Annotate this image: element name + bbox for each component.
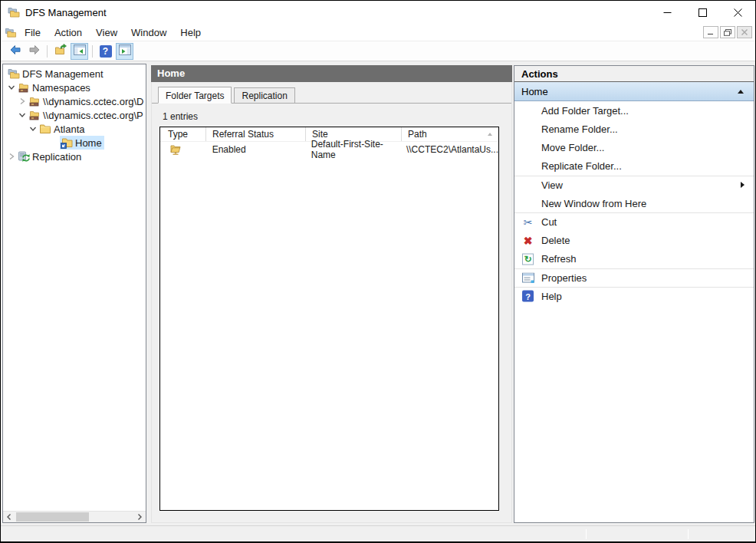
actions-pane: Actions Home Add Folder Target... Rename… — [514, 65, 754, 523]
show-hide-console-tree-button[interactable] — [71, 43, 88, 60]
export-list-icon — [54, 44, 67, 59]
tree-item-replication[interactable]: Replication — [3, 150, 146, 163]
app-icon — [7, 6, 21, 18]
console-tree-icon — [74, 44, 86, 58]
dfs-management-window: DFS Management File Action View Window H… — [0, 0, 756, 543]
toolbar: ? — [1, 41, 755, 61]
action-replicate-folder[interactable]: Replicate Folder... — [514, 157, 754, 176]
action-cut[interactable]: ✂ Cut — [514, 212, 754, 231]
scroll-left-icon[interactable] — [3, 512, 15, 522]
dfs-root-icon — [8, 67, 20, 80]
action-view[interactable]: View — [514, 176, 754, 194]
menubar: File Action View Window Help — [1, 24, 755, 41]
namespace-icon — [28, 95, 41, 107]
back-button[interactable] — [6, 43, 24, 60]
chevron-expanded-icon[interactable] — [17, 108, 28, 122]
help-action-icon: ? — [521, 290, 534, 303]
action-pane-icon — [119, 44, 131, 58]
tree-item-namespaces[interactable]: Namespaces — [3, 81, 146, 94]
result-pane-body: Folder Targets Replication 1 entries Typ… — [151, 82, 512, 523]
result-pane-title: Home — [151, 65, 512, 82]
tabstrip: Folder Targets Replication — [152, 82, 511, 104]
forward-button[interactable] — [25, 43, 43, 60]
tree-item-label: Replication — [32, 151, 81, 163]
column-header-path[interactable]: Path — [402, 127, 498, 141]
namespaces-icon — [18, 81, 30, 94]
child-close-button[interactable] — [737, 26, 752, 38]
minimize-button[interactable] — [649, 1, 685, 24]
column-header-type[interactable]: Type — [160, 127, 206, 141]
toolbar-separator — [92, 45, 93, 58]
table-row[interactable]: Enabled Default-First-Site-Name \\CCTEC2… — [160, 142, 498, 157]
tree-horizontal-scrollbar[interactable] — [3, 511, 146, 522]
action-move-folder[interactable]: Move Folder... — [514, 138, 754, 156]
tree-item-label: \\dynamics.cctec.org\D — [43, 96, 144, 107]
type-cell — [160, 143, 206, 156]
properties-icon — [521, 272, 534, 285]
tree-item-dfs-management[interactable]: DFS Management — [3, 67, 146, 81]
export-list-button[interactable] — [51, 43, 69, 60]
help-button[interactable]: ? — [97, 43, 114, 60]
chevron-expanded-icon[interactable] — [28, 122, 38, 136]
folder-target-icon — [169, 143, 182, 156]
actions-section-label: Home — [521, 86, 548, 97]
refresh-icon: ↻ — [521, 252, 534, 265]
entries-count-label: 1 entries — [163, 111, 511, 122]
toolbar-separator — [47, 45, 48, 58]
chevron-collapsed-icon[interactable] — [17, 94, 28, 108]
referral-status-cell: Enabled — [206, 144, 305, 155]
sort-ascending-icon — [488, 133, 492, 136]
menu-view[interactable]: View — [90, 25, 123, 40]
menu-help[interactable]: Help — [174, 25, 207, 40]
statusbar-divider — [688, 529, 689, 539]
window-title: DFS Management — [25, 7, 107, 18]
forward-icon — [28, 44, 41, 59]
menu-window[interactable]: Window — [125, 25, 173, 40]
chevron-expanded-icon[interactable] — [6, 81, 17, 94]
actions-section-home[interactable]: Home — [514, 82, 754, 101]
action-help[interactable]: ? Help — [514, 287, 754, 305]
site-cell: Default-First-Site-Name — [305, 139, 400, 160]
titlebar: DFS Management — [1, 1, 755, 24]
action-new-window-from-here[interactable]: New Window from Here — [514, 194, 754, 212]
statusbar — [1, 525, 755, 541]
child-window-controls — [703, 26, 752, 38]
tab-folder-targets[interactable]: Folder Targets — [158, 87, 232, 104]
scroll-right-icon[interactable] — [133, 512, 146, 522]
collapse-section-icon[interactable] — [738, 90, 744, 94]
action-refresh[interactable]: ↻ Refresh — [514, 250, 754, 268]
tree-item-label: Atlanta — [54, 123, 84, 135]
action-properties[interactable]: Properties — [514, 268, 754, 287]
action-delete[interactable]: ✖ Delete — [514, 231, 754, 249]
help-icon: ? — [100, 45, 112, 58]
menu-action[interactable]: Action — [48, 25, 88, 40]
close-button[interactable] — [720, 1, 755, 24]
replication-icon — [18, 150, 30, 163]
scrollbar-thumb[interactable] — [16, 512, 89, 522]
action-add-folder-target[interactable]: Add Folder Target... — [514, 101, 754, 120]
chevron-spacer — [49, 136, 60, 150]
tab-replication[interactable]: Replication — [234, 87, 294, 103]
menu-file[interactable]: File — [18, 25, 47, 40]
tree-item-label: Namespaces — [32, 82, 90, 94]
back-icon — [9, 44, 21, 59]
tree-item-label: Home — [75, 137, 102, 149]
console-tree-pane: DFS Management Namespaces — [2, 64, 146, 523]
submenu-arrow-icon — [741, 182, 744, 188]
child-restore-button[interactable] — [720, 26, 735, 38]
folder-targets-table: Type Referral Status Site Path — [159, 127, 499, 511]
tree-item-home[interactable]: Home — [3, 136, 146, 150]
child-minimize-button[interactable] — [703, 26, 718, 38]
tree-item-namespace-d[interactable]: \\dynamics.cctec.org\D — [3, 94, 146, 108]
result-pane: Home Folder Targets Replication 1 entrie… — [151, 65, 512, 523]
window-controls — [649, 1, 755, 24]
column-header-referral-status[interactable]: Referral Status — [206, 127, 306, 141]
main-area: DFS Management Namespaces — [1, 61, 755, 525]
tree-item-atlanta[interactable]: Atlanta — [3, 122, 146, 136]
chevron-collapsed-icon[interactable] — [6, 150, 17, 163]
action-rename-folder[interactable]: Rename Folder... — [514, 120, 754, 138]
statusbar-divider — [586, 529, 587, 539]
maximize-button[interactable] — [685, 1, 720, 24]
tree-item-namespace-p[interactable]: \\dynamics.cctec.org\P — [3, 108, 146, 122]
show-hide-action-pane-button[interactable] — [116, 43, 133, 60]
